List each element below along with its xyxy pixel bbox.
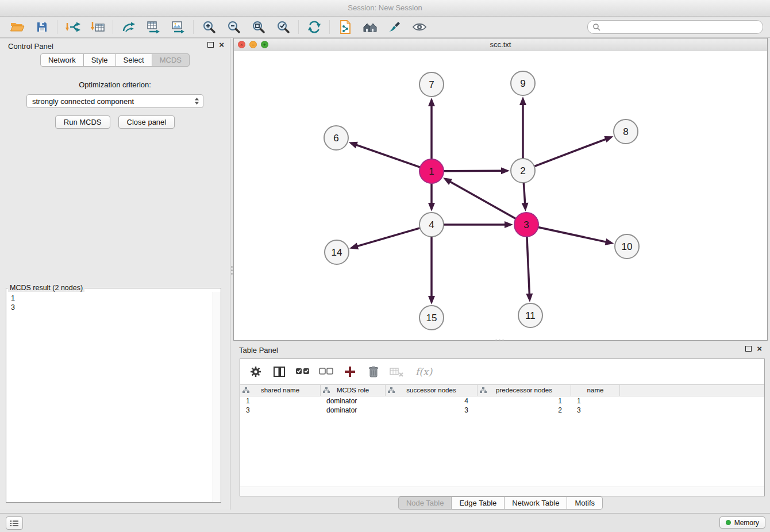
- result-line[interactable]: 3: [11, 303, 213, 312]
- close-panel-icon[interactable]: ×: [757, 346, 762, 352]
- graph-node-4[interactable]: 4: [419, 213, 444, 237]
- graph-node-8[interactable]: 8: [614, 119, 638, 144]
- cell-name[interactable]: 1: [571, 396, 620, 406]
- select-all-icon[interactable]: [295, 364, 310, 379]
- run-mcds-button[interactable]: Run MCDS: [55, 115, 110, 129]
- tab-network-table[interactable]: Network Table: [504, 496, 567, 510]
- import-table-icon[interactable]: [85, 18, 110, 36]
- graph-node-1[interactable]: 1: [419, 159, 444, 183]
- criterion-dropdown[interactable]: strongly connected component: [26, 94, 203, 108]
- cell-shared-name[interactable]: 3: [240, 406, 321, 415]
- refresh-icon[interactable]: [302, 18, 326, 36]
- open-file-icon[interactable]: [5, 18, 29, 36]
- cell-mcds-role[interactable]: dominator: [321, 396, 386, 406]
- list-icon: [10, 520, 18, 527]
- graph-node-9[interactable]: 9: [511, 71, 535, 95]
- table-row[interactable]: 1 dominator 4 1 1: [240, 396, 764, 406]
- window-minimize-icon[interactable]: −: [249, 41, 257, 48]
- search-box[interactable]: [587, 20, 763, 34]
- graph-node-14[interactable]: 14: [325, 240, 349, 264]
- graph-node-7[interactable]: 7: [419, 72, 444, 97]
- gear-icon[interactable]: [248, 364, 263, 379]
- vertical-splitter-grip[interactable]: [230, 264, 233, 276]
- tab-node-table[interactable]: Node Table: [398, 496, 452, 510]
- export-network-icon[interactable]: [116, 18, 141, 36]
- add-column-icon[interactable]: [342, 364, 357, 379]
- search-input[interactable]: [603, 22, 758, 32]
- window-zoom-icon[interactable]: +: [261, 41, 268, 48]
- zoom-selected-icon[interactable]: [271, 18, 295, 36]
- graph-node-label: 4: [429, 219, 434, 230]
- result-line[interactable]: 1: [11, 294, 213, 303]
- graph-node-3[interactable]: 3: [514, 213, 538, 237]
- horizontal-splitter-grip[interactable]: [493, 339, 506, 341]
- graph-edge-arrow: [505, 221, 513, 228]
- graph-node-10[interactable]: 10: [615, 234, 639, 259]
- cell-predecessor-nodes[interactable]: 1: [478, 396, 571, 406]
- graph-edge-3-11[interactable]: [527, 237, 529, 295]
- show-columns-icon[interactable]: [272, 364, 287, 379]
- import-network-icon[interactable]: [60, 18, 85, 36]
- main-toolbar: [0, 17, 770, 38]
- application-window: Session: New Session: [0, 0, 770, 532]
- cell-predecessor-nodes[interactable]: 2: [478, 406, 571, 415]
- zoom-out-icon[interactable]: [221, 18, 246, 36]
- network-canvas[interactable]: 7968124314101511: [234, 51, 767, 340]
- horizontal-scrollbar[interactable]: [240, 487, 764, 496]
- cell-name[interactable]: 3: [571, 406, 620, 415]
- tasks-menu-button[interactable]: [6, 516, 23, 530]
- result-scrollbar[interactable]: [213, 292, 221, 502]
- graph-edge-1-2[interactable]: [444, 171, 502, 171]
- memory-button[interactable]: Memory: [719, 516, 765, 529]
- zoom-fit-icon[interactable]: [246, 18, 271, 36]
- deselect-all-icon[interactable]: [319, 364, 334, 379]
- export-image-icon[interactable]: [165, 18, 190, 36]
- network-from-file-icon[interactable]: [333, 18, 357, 36]
- tab-edge-table[interactable]: Edge Table: [451, 496, 505, 510]
- cell-mcds-role[interactable]: dominator: [321, 406, 386, 415]
- close-panel-icon[interactable]: ×: [219, 42, 224, 48]
- float-panel-icon[interactable]: [207, 42, 214, 48]
- graph-node-15[interactable]: 15: [419, 306, 444, 330]
- close-panel-button[interactable]: Close panel: [118, 115, 175, 129]
- float-panel-icon[interactable]: [745, 346, 752, 352]
- cell-successor-nodes[interactable]: 4: [386, 396, 478, 406]
- tab-network[interactable]: Network: [40, 53, 84, 67]
- graph-node-6[interactable]: 6: [324, 126, 348, 150]
- zoom-in-icon[interactable]: [197, 18, 221, 36]
- graph-edge-3-1[interactable]: [449, 182, 515, 219]
- tab-style[interactable]: Style: [83, 53, 116, 67]
- column-header-name[interactable]: name: [571, 385, 620, 396]
- graph-edge-1-6[interactable]: [356, 145, 420, 167]
- graph-edge-2-3[interactable]: [523, 183, 525, 204]
- eye-icon[interactable]: [407, 18, 432, 36]
- network-view-window: × − + scc.txt 7968124314101511: [233, 38, 768, 341]
- export-table-icon[interactable]: [141, 18, 165, 36]
- graph-node-label: 3: [523, 219, 529, 230]
- tab-mcds[interactable]: MCDS: [152, 53, 190, 67]
- graph-edge-2-8[interactable]: [534, 139, 607, 167]
- tab-motifs[interactable]: Motifs: [567, 496, 603, 510]
- cell-successor-nodes[interactable]: 3: [386, 406, 478, 415]
- table-row[interactable]: 3 dominator 3 2 3: [240, 406, 764, 415]
- home-icon[interactable]: [357, 18, 382, 36]
- column-header-mcds-role[interactable]: MCDS role: [321, 385, 386, 396]
- column-header-shared-name[interactable]: shared name: [240, 385, 321, 396]
- criterion-dropdown-value: strongly connected component: [32, 97, 134, 106]
- graph-node-label: 11: [525, 310, 536, 321]
- delete-column-icon[interactable]: [366, 364, 381, 379]
- control-panel-tabs: Network Style Select MCDS: [0, 53, 230, 67]
- save-session-icon[interactable]: [29, 18, 54, 36]
- cell-shared-name[interactable]: 1: [240, 396, 321, 406]
- window-close-icon[interactable]: ×: [238, 41, 245, 48]
- window-title: Session: New Session: [348, 3, 422, 12]
- graph-edge-3-10[interactable]: [538, 227, 607, 242]
- column-header-predecessor-nodes[interactable]: predecessor nodes: [478, 385, 571, 396]
- graph-node-2[interactable]: 2: [511, 159, 535, 183]
- tab-select[interactable]: Select: [116, 53, 152, 67]
- graph-node-label: 2: [520, 165, 525, 176]
- graph-edge-4-14[interactable]: [357, 228, 420, 246]
- apply-style-icon[interactable]: [382, 18, 407, 36]
- column-header-successor-nodes[interactable]: successor nodes: [386, 385, 478, 396]
- graph-node-11[interactable]: 11: [518, 303, 542, 327]
